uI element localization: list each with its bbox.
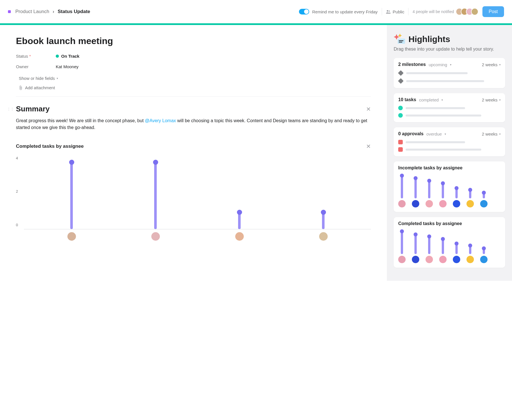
divider: [408, 8, 408, 15]
highlight-card[interactable]: 0 approvalsoverdue▾2 weeks▾: [394, 127, 505, 156]
avatar: [426, 256, 433, 263]
chart-point: [468, 244, 472, 248]
summary-heading: Summary: [16, 105, 364, 113]
chevron-down-icon: ▾: [450, 63, 451, 66]
avatar[interactable]: [471, 8, 478, 15]
highlight-card[interactable]: 2 milestonesupcoming▾2 weeks▾: [394, 58, 505, 88]
chart-point: [441, 181, 445, 185]
chart-point: [427, 234, 431, 238]
show-hide-label: Show or hide fields: [19, 76, 55, 81]
visibility-button[interactable]: Public: [386, 9, 404, 14]
chart-point: [321, 210, 326, 215]
chart-point: [441, 237, 445, 241]
card-filter-button[interactable]: overdue: [426, 132, 442, 136]
chart-point: [400, 229, 404, 233]
post-button[interactable]: Post: [482, 6, 504, 17]
chart-section-title: Completed tasks by assignee: [16, 144, 366, 149]
avatar: [439, 256, 447, 263]
remove-section-button[interactable]: ✕: [366, 106, 371, 113]
drag-handle-icon[interactable]: ⋮⋮: [7, 107, 14, 111]
divider: [382, 8, 382, 15]
highlight-chart-card[interactable]: Incomplete tasks by assignee: [394, 161, 505, 212]
chart-bar: [453, 188, 460, 207]
chart-point: [482, 246, 486, 250]
highlights-icon: [394, 34, 405, 45]
chart-bar: [480, 248, 488, 263]
approval-overdue-icon: [398, 147, 403, 152]
breadcrumb-project-link[interactable]: Product Launch: [15, 9, 49, 14]
avatar: [151, 232, 160, 241]
user-mention[interactable]: @Avery Lomax: [145, 118, 176, 123]
card-period-button[interactable]: 2 weeks: [482, 97, 497, 102]
owner-label: Owner: [16, 64, 56, 69]
chevron-down-icon: ▾: [441, 98, 443, 101]
avatar: [466, 200, 474, 207]
card-item-skeleton: [398, 106, 501, 110]
skeleton-line: [406, 149, 481, 151]
status-label: Status: [16, 54, 28, 59]
highlights-heading: Highlights: [408, 34, 450, 44]
owner-value[interactable]: Kat Mooney: [56, 64, 79, 69]
status-dot-icon: [56, 55, 59, 58]
chart-y-tick: 4: [16, 156, 18, 160]
chart-point: [468, 188, 472, 192]
add-attachment-button[interactable]: Add attachment: [19, 85, 371, 90]
chart-bar: [480, 193, 488, 207]
project-color-dot: [8, 10, 11, 13]
card-period-button[interactable]: 2 weeks: [482, 62, 497, 67]
status-field: Status * On Track: [16, 54, 371, 59]
avatar: [480, 200, 488, 207]
visibility-label: Public: [393, 9, 404, 14]
chart-bar: [69, 162, 74, 229]
chart-bar: [439, 183, 447, 207]
avatar: [480, 256, 488, 263]
status-value-button[interactable]: On Track: [56, 54, 79, 59]
avatar: [439, 200, 447, 207]
chevron-down-icon: ▾: [499, 98, 501, 101]
summary-body[interactable]: Great progress this week! We are still i…: [16, 117, 371, 131]
chart-point: [414, 176, 418, 180]
highlight-chart-card[interactable]: Completed tasks by assignee: [394, 217, 505, 268]
breadcrumb: Product Launch › Status Update: [8, 9, 90, 14]
chart-bar: [412, 234, 419, 263]
chart-point: [69, 160, 74, 165]
reminder-label: Remind me to update every Friday: [312, 9, 377, 14]
mini-chart: [398, 229, 501, 263]
chart-y-tick: 2: [16, 189, 18, 194]
approval-overdue-icon: [398, 140, 403, 144]
update-title[interactable]: Ebook launch meeting: [16, 36, 371, 46]
notified-avatars[interactable]: [458, 8, 478, 15]
chart-point: [455, 242, 459, 246]
breadcrumb-current: Status Update: [58, 9, 90, 14]
avatar: [412, 200, 419, 207]
card-period-button[interactable]: 2 weeks: [482, 132, 497, 136]
remove-section-button[interactable]: ✕: [366, 143, 371, 150]
skeleton-line: [406, 80, 484, 82]
chart-bar: [426, 236, 433, 263]
milestone-icon: [398, 70, 404, 76]
add-attachment-label: Add attachment: [25, 85, 55, 90]
avatar: [398, 200, 406, 207]
skeleton-line: [406, 141, 465, 143]
card-filter-button[interactable]: completed: [419, 97, 439, 102]
show-hide-fields-button[interactable]: Show or hide fields ▾: [19, 76, 371, 81]
svg-point-1: [389, 11, 390, 12]
chart-point: [400, 174, 404, 178]
reminder-toggle[interactable]: [299, 9, 309, 14]
avatar: [466, 256, 474, 263]
chart-bar: [398, 176, 406, 207]
chart-bar: [321, 212, 326, 229]
topbar: Product Launch › Status Update Remind me…: [0, 0, 512, 23]
skeleton-line: [406, 107, 465, 109]
highlight-card[interactable]: 10 taskscompleted▾2 weeks▾: [394, 93, 505, 122]
avatar: [319, 232, 328, 241]
chart-point: [414, 232, 418, 236]
svg-rect-4: [399, 42, 402, 43]
avatar: [235, 232, 244, 241]
card-item-skeleton: [398, 140, 501, 144]
chart-bar: [398, 231, 406, 263]
completed-tasks-chart: 024: [16, 155, 371, 246]
avatar: [426, 200, 433, 207]
card-filter-button[interactable]: upcoming: [429, 62, 447, 67]
chart-point: [427, 179, 431, 183]
